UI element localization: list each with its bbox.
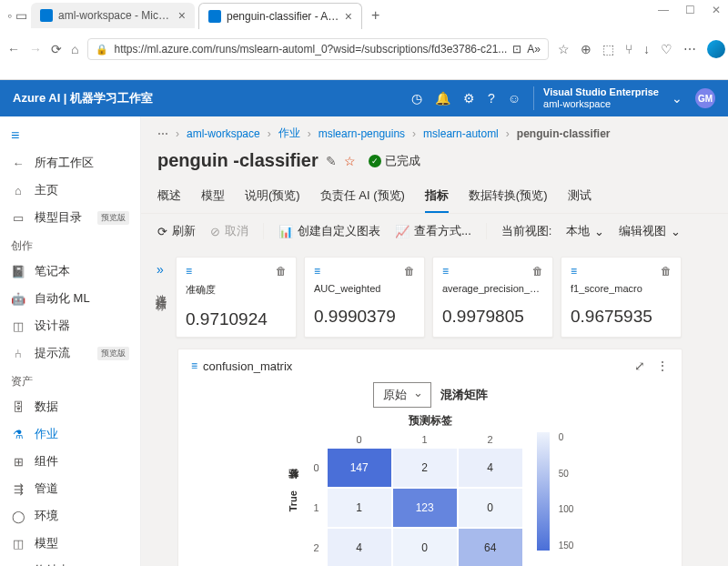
heatmap-cell: 0 (393, 529, 457, 566)
help-icon[interactable]: ? (488, 91, 495, 106)
delete-card-icon[interactable]: 🗑 (661, 265, 672, 278)
new-tab-button[interactable]: + (366, 7, 385, 24)
drag-handle-icon[interactable]: ≡ (186, 265, 190, 278)
tab-explain[interactable]: 说明(预览) (245, 180, 300, 213)
heatmap-cell: 0 (459, 489, 522, 527)
feedback-icon[interactable]: ☺ (508, 91, 521, 106)
flow-icon: ⑃ (11, 347, 25, 360)
sidebar-endpoints[interactable]: ⊙终结点 (0, 557, 140, 566)
breadcrumb: ⋯› aml-workspace› 作业› mslearn-penguins› … (141, 116, 728, 147)
close-tab-icon[interactable]: × (178, 8, 186, 23)
address-bar[interactable]: 🔒 https://ml.azure.com/runs/mslearn-auto… (87, 38, 549, 60)
sidebar-toggle[interactable]: ≡ (0, 122, 140, 149)
drag-handle-icon[interactable]: ≡ (571, 265, 575, 278)
tab-overview-icon[interactable]: ▭ (15, 8, 27, 23)
browser-chrome: — ☐ ✕ ◦ ▭ aml-workspace - Microsoft Azu … (0, 0, 728, 80)
delete-card-icon[interactable]: 🗑 (532, 265, 543, 278)
delete-card-icon[interactable]: 🗑 (276, 265, 287, 278)
tab-rai[interactable]: 负责任 AI (预览) (320, 180, 405, 213)
maximize-icon[interactable]: ☐ (685, 4, 695, 16)
breadcrumb-run[interactable]: mslearn-automl (423, 127, 499, 140)
sidebar-promptflow[interactable]: ⑃提示流预览版 (0, 339, 140, 367)
close-window-icon[interactable]: ✕ (712, 4, 721, 16)
expand-card-icon[interactable]: ⤢ (634, 359, 645, 373)
sidebar-models[interactable]: ◫模型 (0, 530, 140, 557)
sidebar-notebooks[interactable]: 📓笔记本 (0, 258, 140, 285)
sidebar-back[interactable]: ←所有工作区 (0, 149, 140, 177)
bing-icon[interactable] (707, 40, 725, 58)
wallet-icon[interactable]: ♡ (661, 42, 672, 56)
notifications-icon[interactable]: 🔔 (435, 91, 450, 106)
view-mode-button[interactable]: 📈查看方式... (395, 223, 471, 239)
catalog-icon: ▭ (11, 211, 25, 225)
collections-icon[interactable]: ⊕ (581, 42, 592, 56)
drag-handle-icon[interactable]: ≡ (191, 359, 196, 372)
favorite-star-icon[interactable]: ☆ (344, 154, 356, 168)
breadcrumb-experiment[interactable]: mslearn-penguins (318, 127, 405, 140)
sidebar-designer[interactable]: ◫设计器 (0, 312, 140, 339)
tab-transform[interactable]: 数据转换(预览) (469, 180, 548, 213)
more-icon[interactable]: ⋯ (683, 42, 696, 56)
profile-icon[interactable]: ◦ (7, 8, 12, 23)
metric-value: 0.9675935 (571, 307, 672, 327)
sidebar-jobs[interactable]: ⚗作业 (0, 420, 140, 448)
components-icon: ⊞ (11, 455, 25, 469)
confusion-format-select[interactable]: 原始 (373, 382, 431, 408)
browser-tab-1[interactable]: aml-workspace - Microsoft Azu × (31, 3, 195, 28)
browser-tab-2[interactable]: penguin-classifier - Azure AI | M × (198, 3, 362, 29)
tab-model[interactable]: 模型 (201, 180, 225, 213)
downloads-icon[interactable]: ↓ (643, 42, 650, 56)
preview-badge: 预览版 (97, 347, 129, 360)
edit-title-icon[interactable]: ✎ (326, 154, 337, 168)
settings-icon[interactable]: ⚙ (463, 91, 475, 106)
brand-title: Azure AI | 机器学习工作室 (13, 90, 153, 106)
user-avatar[interactable]: GM (695, 88, 715, 108)
breadcrumb-workspace[interactable]: aml-workspace (187, 127, 260, 140)
heatmap-cell: 4 (328, 529, 391, 566)
heatmap-cell: 2 (393, 449, 457, 487)
forward-button[interactable]: → (29, 42, 42, 56)
heatmap-col-header: 1 (393, 434, 457, 445)
clock-icon[interactable]: ◷ (411, 91, 422, 106)
confusion-heatmap: 01201472411123024064 (308, 432, 522, 566)
minimize-icon[interactable]: — (658, 4, 669, 16)
chevron-down-icon[interactable]: ⌄ (672, 91, 682, 106)
sidebar-data[interactable]: 🗄数据 (0, 393, 140, 420)
current-view-dropdown[interactable]: 本地⌄ (566, 223, 604, 239)
reader-icon[interactable]: ⊡ (512, 43, 521, 56)
breadcrumb-ellipsis[interactable]: ⋯ (157, 127, 168, 140)
tab-metrics[interactable]: 指标 (425, 180, 449, 213)
breadcrumb-jobs[interactable]: 作业 (278, 126, 300, 141)
cancel-icon: ⊘ (210, 225, 220, 238)
heatmap-row-header: 2 (308, 542, 326, 553)
view-icon: 📈 (395, 225, 410, 238)
edit-view-dropdown[interactable]: 编辑视图⌄ (619, 223, 681, 239)
close-tab-icon[interactable]: × (345, 9, 352, 24)
card-menu-icon[interactable]: ⋮ (656, 359, 669, 373)
performance-icon[interactable]: ⑂ (625, 42, 632, 56)
text-size-icon[interactable]: A» (527, 43, 541, 56)
home-button[interactable]: ⌂ (71, 42, 78, 56)
metrics-selector-panel[interactable]: » 选择指标 (152, 257, 168, 338)
sidebar-environments[interactable]: ◯环境 (0, 502, 140, 530)
sidebar-group-create: 创作 (0, 231, 140, 258)
create-chart-button[interactable]: 📊创建自定义图表 (278, 223, 380, 239)
tab-test[interactable]: 测试 (568, 180, 592, 213)
sidebar-automl[interactable]: 🤖自动化 ML (0, 285, 140, 312)
delete-card-icon[interactable]: 🗑 (404, 265, 415, 278)
metric-value: 0.9710924 (186, 309, 287, 329)
sidebar-model-catalog[interactable]: ▭模型目录预览版 (0, 204, 140, 231)
drag-handle-icon[interactable]: ≡ (442, 265, 447, 278)
drag-handle-icon[interactable]: ≡ (314, 265, 318, 278)
extensions-icon[interactable]: ⬚ (602, 42, 614, 56)
back-button[interactable]: ← (7, 42, 20, 56)
refresh-button[interactable]: ⟳ (51, 42, 62, 56)
sidebar-pipelines[interactable]: ⇶管道 (0, 475, 140, 502)
tab-overview[interactable]: 概述 (157, 180, 181, 213)
refresh-button[interactable]: ⟳刷新 (157, 223, 196, 239)
main-content: ⋯› aml-workspace› 作业› mslearn-penguins› … (141, 116, 728, 566)
favorite-icon[interactable]: ☆ (558, 42, 570, 56)
sidebar-home[interactable]: ⌂主页 (0, 177, 140, 204)
subscription-switcher[interactable]: Visual Studio Enterprise aml-workspace (533, 86, 659, 110)
sidebar-components[interactable]: ⊞组件 (0, 448, 140, 475)
